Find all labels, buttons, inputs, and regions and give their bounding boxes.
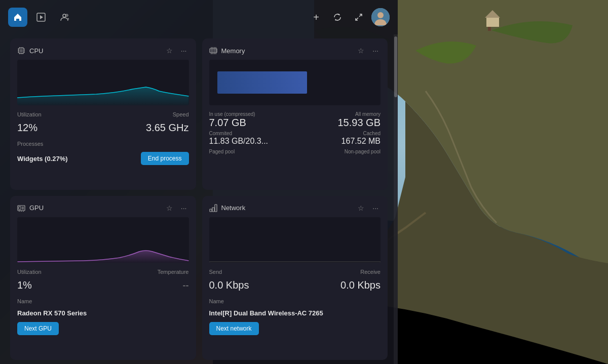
svg-marker-8 (40, 15, 43, 19)
receive-label: Receive (360, 269, 381, 275)
scrollbar-track[interactable] (394, 34, 398, 364)
gpu-name-value: Radeon RX 570 Series (17, 309, 87, 317)
expand-button[interactable] (350, 9, 367, 26)
memory-card-header: Memory ☆ ··· (209, 46, 381, 56)
refresh-button[interactable] (329, 9, 346, 26)
cpu-pin[interactable]: ☆ (164, 46, 175, 56)
svg-rect-6 (488, 27, 491, 31)
svg-rect-5 (486, 18, 499, 27)
cached-value: 167.52 MB (297, 136, 381, 147)
gpu-icon (17, 204, 25, 212)
cpu-metric-values: 12% 3.65 GHz (17, 122, 189, 134)
cpu-more[interactable]: ··· (179, 46, 189, 56)
gpu-card: GPU ☆ ··· Utilization (10, 196, 196, 360)
memory-title: Memory (221, 47, 352, 55)
navbar: + (0, 0, 398, 34)
cpu-utilization-value: 12% (17, 122, 37, 134)
network-name-label: Name (209, 298, 224, 304)
gpu-utilization-label: Utilization (17, 269, 42, 275)
svg-rect-46 (19, 207, 21, 210)
main-panel: + CPU ☆ ··· (0, 0, 398, 364)
cpu-metric-labels: Utilization Speed (17, 111, 189, 117)
memory-more[interactable]: ··· (370, 46, 381, 56)
all-memory-value: 15.93 GB (297, 117, 381, 129)
process-row: Widgets (0.27%) End process (17, 152, 189, 165)
svg-point-14 (377, 12, 384, 18)
paged-pool-metric: Paged pool (209, 149, 293, 154)
network-name-value: Intel[R] Dual Band Wireless-AC 7265 (209, 309, 323, 317)
cpu-icon (17, 47, 25, 55)
svg-rect-52 (215, 205, 217, 212)
gpu-more[interactable]: ··· (179, 203, 189, 213)
nav-home[interactable] (8, 8, 27, 27)
memory-pin[interactable]: ☆ (356, 46, 366, 56)
utilization-label: Utilization (17, 111, 42, 117)
in-use-metric: In use (compressed) 7.07 GB (209, 111, 293, 129)
svg-rect-16 (20, 49, 23, 52)
gpu-chart (17, 217, 189, 263)
network-title: Network (221, 204, 352, 212)
gpu-temperature-value: -- (183, 280, 189, 292)
send-label: Send (209, 269, 222, 275)
non-paged-pool-metric: Non-paged pool (297, 149, 381, 154)
memory-card: Memory ☆ ··· In use (compressed) 7.07 GB… (202, 38, 388, 190)
cpu-card-header: CPU ☆ ··· (17, 46, 189, 56)
cpu-title: CPU (29, 47, 160, 55)
network-icon (209, 204, 217, 212)
next-network-button[interactable]: Next network (209, 322, 259, 335)
memory-chart (209, 60, 381, 105)
send-value: 0.0 Kbps (209, 279, 249, 291)
nav-media[interactable] (31, 8, 51, 27)
gpu-utilization-value: 1% (17, 279, 32, 291)
process-name: Widgets (0.27%) (17, 155, 68, 163)
all-memory-label: All memory (297, 111, 381, 117)
network-card-header: Network ☆ ··· (209, 203, 381, 213)
network-pin[interactable]: ☆ (356, 203, 366, 213)
end-process-button[interactable]: End process (141, 152, 189, 165)
committed-metric: Commited 11.83 GB/20.3... (209, 131, 293, 147)
avatar[interactable] (371, 8, 390, 26)
cpu-chart (17, 60, 189, 105)
gpu-card-header: GPU ☆ ··· (17, 203, 189, 213)
committed-label: Commited (209, 131, 293, 136)
nav-users[interactable] (55, 8, 74, 27)
next-gpu-button[interactable]: Next GPU (17, 322, 59, 335)
gpu-metric-labels: Utilization Temperature (17, 269, 189, 275)
network-chart (209, 217, 381, 263)
processes-label: Processes (17, 141, 43, 147)
network-more[interactable]: ··· (370, 203, 381, 213)
gpu-pin[interactable]: ☆ (164, 203, 175, 213)
in-use-label: In use (compressed) (209, 111, 293, 117)
gpu-metric-values: 1% -- (17, 279, 189, 292)
cached-metric: Cached 167.52 MB (297, 131, 381, 147)
receive-value: 0.0 Kbps (340, 279, 381, 291)
svg-rect-50 (210, 209, 212, 212)
cpu-card: CPU ☆ ··· Utilization (10, 38, 196, 190)
memory-icon (209, 47, 217, 55)
gpu-name-label: Name (17, 298, 32, 304)
cards-grid: CPU ☆ ··· Utilization (0, 34, 398, 364)
scrollbar-thumb[interactable] (394, 36, 397, 97)
svg-rect-51 (212, 208, 214, 212)
committed-value: 11.83 GB/20.3... (209, 136, 293, 147)
add-button[interactable]: + (308, 9, 325, 26)
paged-pool-label: Paged pool (209, 149, 293, 154)
non-paged-pool-label: Non-paged pool (297, 149, 381, 154)
gpu-temperature-label: Temperature (158, 269, 189, 275)
network-metric-values: 0.0 Kbps 0.0 Kbps (209, 279, 381, 291)
cpu-speed-value: 3.65 GHz (146, 122, 188, 134)
cached-label: Cached (297, 131, 381, 136)
memory-metrics: In use (compressed) 7.07 GB All memory 1… (209, 111, 381, 154)
gpu-title: GPU (29, 204, 160, 212)
all-memory-metric: All memory 15.93 GB (297, 111, 381, 129)
network-metric-labels: Send Receive (209, 269, 381, 275)
network-card: Network ☆ ··· Send Receive 0.0 Kbps 0.0 … (202, 196, 388, 360)
in-use-value: 7.07 GB (209, 117, 293, 129)
speed-label: Speed (173, 111, 189, 117)
svg-point-9 (63, 14, 66, 17)
